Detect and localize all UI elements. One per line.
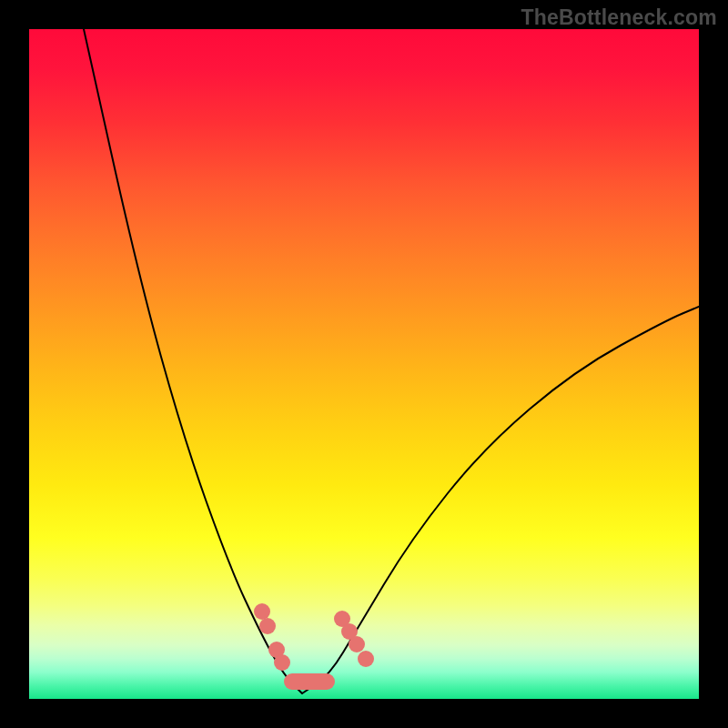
data-marker xyxy=(358,651,374,667)
data-marker xyxy=(274,654,290,671)
valley-band xyxy=(284,673,335,690)
chart-svg xyxy=(29,29,699,699)
data-marker xyxy=(254,603,270,620)
curve-right-branch xyxy=(302,307,699,693)
watermark-label: TheBottleneck.com xyxy=(521,5,717,30)
data-marker xyxy=(349,636,365,652)
curve-left-branch xyxy=(84,29,302,693)
data-marker xyxy=(259,618,276,634)
data-markers xyxy=(254,603,374,671)
plot-area xyxy=(29,29,699,699)
chart-stage: TheBottleneck.com xyxy=(0,0,728,728)
